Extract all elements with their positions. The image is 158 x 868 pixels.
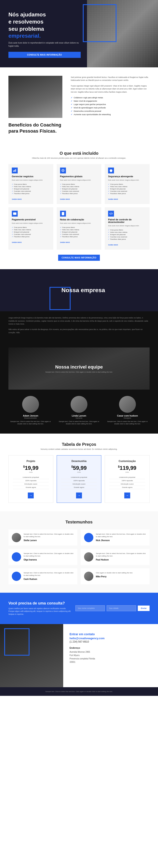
contact-address: Avenida Monroe 2965 Fort Myers Prevencia… bbox=[70, 650, 152, 664]
team-desc-0: Sample text. Click to select the text bo… bbox=[8, 420, 53, 425]
benefits-title: Benefícios do Coaching para Pessoas Físi… bbox=[8, 122, 62, 134]
contact-phone: (1 234) 567-8910 bbox=[70, 640, 152, 643]
card-feature-list: Cras purus libero Holis meu claro milena… bbox=[108, 183, 146, 195]
plan-select-button-0[interactable]: → bbox=[28, 493, 34, 498]
list-item: Aumente suas oportunidades de networking bbox=[71, 113, 150, 116]
benefits-image bbox=[8, 76, 62, 118]
list-item: 100% rapsodia bbox=[61, 479, 97, 483]
testimonial-name-3: Paul Hudson bbox=[96, 559, 146, 561]
list-item: Eniquet sint placerat bbox=[108, 188, 146, 190]
hero-title: Nós ajudamos e resolvemos seu problema e… bbox=[8, 11, 81, 39]
cta-city-input[interactable] bbox=[107, 605, 136, 611]
hero-cta-button[interactable]: CONSULTE MAIS INFORMAÇÃO bbox=[8, 52, 81, 58]
team-title: Nossa incrível equipe bbox=[55, 364, 103, 370]
testimonial-avatar-2 bbox=[12, 552, 21, 562]
team-subtitle: Sample text. Click to select the text bo… bbox=[45, 371, 113, 373]
benefits-left: Benefícios do Coaching para Pessoas Físi… bbox=[8, 76, 62, 134]
list-item: Grande agora bbox=[61, 486, 97, 489]
list-item: Faucibus vitae purus bbox=[12, 236, 50, 238]
list-item: Holis meu claro milena bbox=[12, 228, 50, 231]
company-desc-section: Anga estímulo longo inspirou a la barrei… bbox=[0, 311, 158, 339]
list-item: Cras purus libero bbox=[12, 183, 50, 185]
plan-name-0: Projeto bbox=[13, 460, 49, 463]
included-section: O que está incluído Obtenha mais de 100 … bbox=[0, 143, 158, 269]
contact-address-title: Endereço bbox=[70, 647, 152, 649]
testimonial-text-3: Sample text. Click to select the text bo… bbox=[96, 552, 146, 557]
card-desc: Duis aute irure dolore magna aliqua enim bbox=[108, 179, 146, 181]
svg-rect-2 bbox=[16, 169, 16, 172]
pricing-grid: Projeto $19,99 /mês Lindamento propulsat… bbox=[8, 455, 150, 503]
testimonial-text-5: Click again or double click to start edi… bbox=[96, 572, 133, 574]
svg-line-12 bbox=[111, 213, 111, 215]
team-avatar-2 bbox=[119, 396, 136, 413]
plan-period-0: /mês bbox=[13, 471, 49, 473]
document-icon bbox=[60, 211, 66, 217]
plan-price-1: $59,99 bbox=[61, 465, 97, 471]
team-avatar-0 bbox=[22, 396, 39, 413]
team-members: Adam Jonson Desenvolvedor Sample text. C… bbox=[8, 396, 150, 425]
plan-features-0: Lindamento propulsat 100% rapsodia Intro… bbox=[13, 476, 49, 489]
saiba-mais-link-4[interactable]: SAIBA MAIS bbox=[60, 241, 70, 243]
testimonial-card-3: Sample text. Click to select the text bo… bbox=[81, 549, 150, 565]
contact-section: Entrar em contato hello@creativeagency.c… bbox=[0, 624, 158, 687]
address-line1: Avenida Monroe 2965 bbox=[70, 651, 90, 653]
card-desc: Duis aute irure dolore magna aliqua enim bbox=[60, 179, 98, 181]
list-item: Eniquet sint placerat bbox=[108, 234, 146, 236]
saiba-mais-link-1[interactable]: SAIBA MAIS bbox=[60, 198, 70, 200]
included-subtitle: Obtenha mais de 100 recursos prontos par… bbox=[8, 157, 150, 159]
list-item: Lindamento propulsat bbox=[13, 476, 49, 479]
benefits-list: Colaborar e agir para atingir metas Maio… bbox=[71, 96, 150, 116]
plan-select-button-2[interactable]: → bbox=[124, 493, 130, 498]
included-cta-button[interactable]: CONSULTE MAIS INFORMAÇÃO bbox=[58, 255, 100, 261]
list-item: Holis meu claro milena bbox=[60, 185, 98, 188]
card-feature-list: Cras purus libero Holis meu claro milena… bbox=[60, 183, 98, 195]
cta-submit-button[interactable]: Enviar bbox=[138, 606, 150, 611]
testimonial-text-1: Sample text. Click to select the text bo… bbox=[96, 533, 146, 538]
company-section: Nossa empresa bbox=[0, 269, 158, 311]
included-cta-wrap: CONSULTE MAIS INFORMAÇÃO bbox=[8, 255, 150, 261]
pricing-card-2: Customização $119,99 /mês Lindamento pro… bbox=[105, 455, 150, 503]
testimonial-card-1: Sample text. Click to select the text bo… bbox=[81, 530, 150, 546]
included-card-4: Notas de colaboração Duis aute irure dol… bbox=[57, 207, 102, 250]
list-item: Introdução suave bbox=[13, 483, 49, 486]
globe-icon bbox=[60, 167, 66, 174]
company-title: Nossa empresa bbox=[61, 287, 105, 293]
list-item: Lindamento propulsat bbox=[109, 476, 145, 479]
pricing-section: Tabela de Preços Nonumy content usitate … bbox=[0, 434, 158, 511]
team-desc-2: Sample text. Click to select the text bo… bbox=[105, 420, 150, 425]
list-item: Faucibus vitae purus bbox=[60, 192, 98, 195]
plan-period-2: /mês bbox=[109, 471, 145, 473]
testimonial-name-2: Olga Ivanova bbox=[24, 559, 74, 561]
list-item: Colaborar e agir para atingir metas bbox=[71, 96, 150, 99]
list-item: Desenvolva consciência pessoal bbox=[71, 110, 150, 113]
included-title: O que está incluído bbox=[8, 151, 150, 156]
cta-name-input[interactable] bbox=[75, 605, 105, 611]
list-item: 100% rapsodia bbox=[13, 479, 49, 483]
list-item: Eniquet sint placerat bbox=[12, 231, 50, 233]
card-desc: Duis aute irure dolore magna aliqua enim bbox=[108, 224, 146, 227]
list-item: Lugar seguro para ganhar perspectiva bbox=[71, 103, 150, 106]
card-desc: Duis aute irure dolore magna aliqua enim bbox=[12, 222, 50, 224]
saiba-mais-link-2[interactable]: SAIBA MAIS bbox=[108, 198, 118, 200]
code-icon bbox=[108, 211, 114, 217]
address-line4: 33901 bbox=[70, 661, 75, 663]
list-item: Grande agora bbox=[109, 486, 145, 489]
list-item: Lindamento propulsat bbox=[61, 476, 97, 479]
list-item: Maior nível de engajamento bbox=[71, 99, 150, 103]
benefits-desc2: Turpis egestas integer eget aliquet nibh… bbox=[71, 84, 150, 93]
team-role-1: Gerente bbox=[57, 417, 101, 419]
saiba-mais-link-5[interactable]: SAIBA MAIS bbox=[108, 244, 118, 246]
saiba-mais-link-0[interactable]: SAIBA MAIS bbox=[12, 198, 22, 200]
plan-name-2: Customização bbox=[109, 460, 145, 463]
team-name-1: Linda Larsen bbox=[57, 414, 101, 417]
contact-title: Entrar em contato bbox=[70, 632, 152, 636]
contact-image bbox=[0, 624, 63, 687]
pricing-title: Tabela de Preços bbox=[8, 442, 150, 447]
plan-select-button-1[interactable]: → bbox=[76, 493, 82, 498]
testimonial-avatar-0 bbox=[12, 533, 21, 542]
list-item: Holis meu claro milena bbox=[12, 185, 50, 188]
card-feature-list: Cras purus libero Holis meu claro milena… bbox=[108, 229, 146, 240]
saiba-mais-link-3[interactable]: SAIBA MAIS bbox=[12, 241, 22, 243]
footer-text: Sample text. Click to select the text bo… bbox=[8, 690, 150, 692]
address-line3: Prevencia completa Flórida bbox=[70, 657, 95, 660]
